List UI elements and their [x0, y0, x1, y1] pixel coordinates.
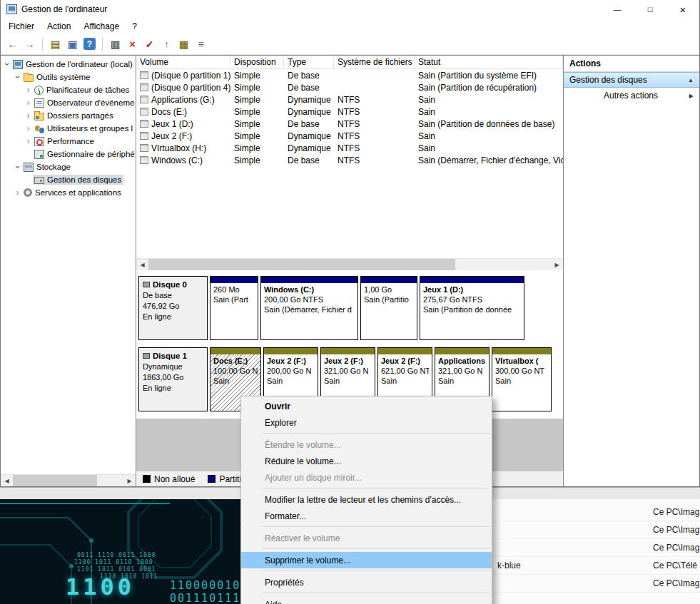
menu-fichier[interactable]: Fichier	[2, 20, 41, 33]
chevron-right-icon[interactable]: ›	[13, 188, 22, 197]
volume-block-jeux-1-d[interactable]: Jeux 1 (D:)275,67 Go NTFSSain (Partition…	[420, 276, 524, 340]
export-list-icon[interactable]: ▤	[48, 36, 63, 51]
menuitem-modifier-la-lettre-de-lecteur-et-les-chemins-d-acc-s[interactable]: Modifier la lettre de lecteur et les che…	[241, 491, 492, 508]
menuitem-supprimer-le-volume[interactable]: Supprimer le volume...	[241, 552, 492, 568]
tree-item-label: Observateur d'événeme	[47, 98, 134, 107]
tree-item-gestion-des-disques[interactable]: ›Gestion des disques	[1, 173, 136, 186]
computer-icon	[13, 60, 23, 69]
tree-item-observateur-d-v-neme[interactable]: ›Observateur d'événeme	[1, 96, 136, 109]
close-button[interactable]: ×	[666, 0, 699, 19]
volume-row-jeux-1-d[interactable]: Jeux 1 (D:)SimpleDe baseNTFSSain (Partit…	[136, 118, 563, 130]
tree-item-label: Planificateur de tâches	[46, 86, 129, 94]
chevron-right-icon[interactable]: ›	[24, 98, 33, 107]
actions-pane: Actions Gestion des disques▲Autres actio…	[564, 56, 699, 486]
tree-item-planificateur-de-t-ches[interactable]: ›Planificateur de tâches	[1, 83, 136, 96]
forward-icon[interactable]: →	[22, 36, 37, 51]
up-arrow-icon[interactable]: ↑	[159, 36, 174, 51]
form-icon[interactable]: ≡	[193, 36, 208, 51]
tree-item-dossiers-partag-s[interactable]: ›Dossiers partagés	[1, 109, 136, 122]
tree-item-stockage[interactable]: ›Stockage	[1, 160, 136, 173]
menuitem-r-duire-le-volume[interactable]: Réduire le volume...	[241, 453, 492, 469]
check-icon[interactable]: ✓	[142, 36, 157, 51]
help-icon[interactable]: ?	[83, 38, 96, 50]
collapse-icon[interactable]: ▲	[688, 77, 694, 83]
volume-row-docs-e[interactable]: Docs (E:)SimpleDynamiqueNTFSSain	[136, 106, 563, 118]
menuitem-ajouter-un-disque-miroir: Ajouter un disque miroir...	[241, 469, 492, 486]
menuitem-formater[interactable]: Formater...	[241, 508, 492, 524]
volume-line: Sain	[495, 376, 548, 386]
menu-action[interactable]: Action	[41, 20, 77, 33]
scroll-right-icon[interactable]: ▶	[123, 475, 136, 487]
volume-stripe	[261, 277, 357, 283]
column-type[interactable]: Type	[284, 56, 334, 68]
menuitem-propri-t-s[interactable]: Propriétés	[241, 574, 492, 590]
column-statut[interactable]: Statut	[415, 56, 563, 68]
scroll-left-icon[interactable]: ◀	[136, 259, 148, 271]
tree-scrollbar[interactable]: ◀ ▶	[1, 474, 136, 486]
filesystem-cell: NTFS	[334, 155, 415, 165]
window-title: Gestion de l'ordinateur	[21, 4, 107, 14]
disk-icon	[143, 353, 150, 359]
maximize-button[interactable]: □	[634, 0, 666, 19]
action-autres-actions[interactable]: Autres actions▶	[564, 88, 699, 103]
tree-item-utilisateurs-et-groupes-l[interactable]: ›Utilisateurs et groupes l	[1, 122, 136, 135]
tree-item-gestionnaire-de-p-riph[interactable]: ›Gestionnaire de périphé	[1, 148, 136, 160]
volume-line: Jeux 1 (D:)	[423, 285, 521, 295]
delete-icon[interactable]: ×	[125, 36, 140, 51]
performance-icon	[34, 137, 44, 146]
tree-item-gestion-de-l-ordinateur-local[interactable]: ›Gestion de l'ordinateur (local)	[1, 58, 136, 71]
column-volume[interactable]: Volume	[136, 56, 230, 68]
tree-item-performance[interactable]: ›Performance	[1, 135, 136, 148]
scroll-left-icon[interactable]: ◀	[1, 475, 13, 487]
column-syst-me-de-fichiers[interactable]: Système de fichiers	[334, 56, 415, 68]
volume-stripe	[420, 277, 524, 283]
minimize-button[interactable]: —	[601, 0, 634, 19]
tree-item-label: Gestion de l'ordinateur (local)	[26, 60, 133, 68]
chevron-right-icon[interactable]: ›	[24, 137, 33, 145]
menuitem-aide[interactable]: Aide	[241, 596, 492, 604]
tree-item-label: Performance	[47, 137, 94, 145]
volume-row-windows-c[interactable]: Windows (C:)SimpleDe baseNTFSSain (Démar…	[136, 154, 563, 166]
scroll-thumb[interactable]	[13, 475, 97, 487]
scroll-thumb[interactable]	[148, 259, 455, 271]
tree-item-outils-syst-me[interactable]: ›Outils système	[1, 71, 136, 83]
volume-row-jeux-2-f[interactable]: Jeux 2 (F:)SimpleDynamiqueNTFSSain	[136, 130, 563, 142]
volume-row-virtualbox-h[interactable]: VIrtualbox (H:)SimpleDynamiqueNTFSSain	[136, 142, 563, 154]
disposition-cell: Simple	[230, 143, 284, 153]
volume-row-disque-0-partition-4[interactable]: (Disque 0 partition 4)SimpleDe baseSain …	[136, 81, 563, 93]
binary-text: 1100	[66, 573, 135, 600]
status-cell: Sain (Démarrer, Fichier d'échange, Vic	[415, 155, 563, 165]
volume-row-disque-0-partition-1[interactable]: (Disque 0 partition 1)SimpleDe baseSain …	[136, 69, 563, 81]
chevron-right-icon[interactable]: ›	[24, 124, 33, 133]
chevron-down-icon[interactable]: ›	[14, 163, 22, 172]
volume-block-virtualbox[interactable]: VIrtualbox (300,00 Go NTSain	[492, 347, 552, 411]
expand-icon[interactable]: ▶	[689, 93, 694, 99]
window-icon[interactable]: ▣	[65, 36, 80, 51]
volume-name: Applications (G:)	[151, 95, 215, 105]
filesystem-cell: NTFS	[334, 131, 415, 141]
tree-item-services-et-applications[interactable]: ›Services et applications	[1, 186, 136, 199]
disk-label-disque-0[interactable]: Disque 0De base476,92 GoEn ligne	[138, 276, 208, 340]
action-gestion-des-disques[interactable]: Gestion des disques▲	[564, 72, 699, 88]
folder-view-icon[interactable]: ▦	[176, 36, 191, 51]
chevron-right-icon[interactable]: ›	[24, 111, 33, 120]
tree-item-body: Services et applications	[22, 188, 123, 198]
column-disposition[interactable]: Disposition	[230, 56, 284, 68]
volume-block-windows-c[interactable]: Windows (C:)200,00 Go NTFSSain (Démarrer…	[260, 276, 358, 340]
volume-row-applications-g[interactable]: Applications (G:)SimpleDynamiqueNTFSSain	[136, 93, 563, 106]
volume-block-1-00-go[interactable]: 1,00 GoSain (Partitio	[360, 276, 417, 340]
titlebar[interactable]: Gestion de l'ordinateur — □ ×	[1, 0, 699, 19]
chevron-right-icon[interactable]: ›	[24, 86, 33, 94]
back-icon[interactable]: ←	[5, 36, 20, 51]
volume-block-260-mo[interactable]: 260 MoSain (Part	[210, 276, 258, 340]
menuitem-ouvrir[interactable]: Ouvrir	[241, 398, 492, 414]
menuitem-explorer[interactable]: Explorer	[241, 414, 492, 431]
menu-affichage[interactable]: Affichage	[77, 20, 126, 33]
volume-scrollbar[interactable]: ◀ ▶	[136, 258, 563, 270]
menu-item[interactable]: ?	[126, 20, 143, 33]
console-tree-icon[interactable]: ▥	[108, 36, 123, 51]
scroll-right-icon[interactable]: ▶	[551, 259, 563, 271]
disk-label-disque-1[interactable]: Disque 1Dynamique1863,00 GoEn ligne	[138, 347, 208, 411]
chevron-down-icon[interactable]: ›	[3, 60, 11, 69]
chevron-down-icon[interactable]: ›	[14, 73, 22, 82]
